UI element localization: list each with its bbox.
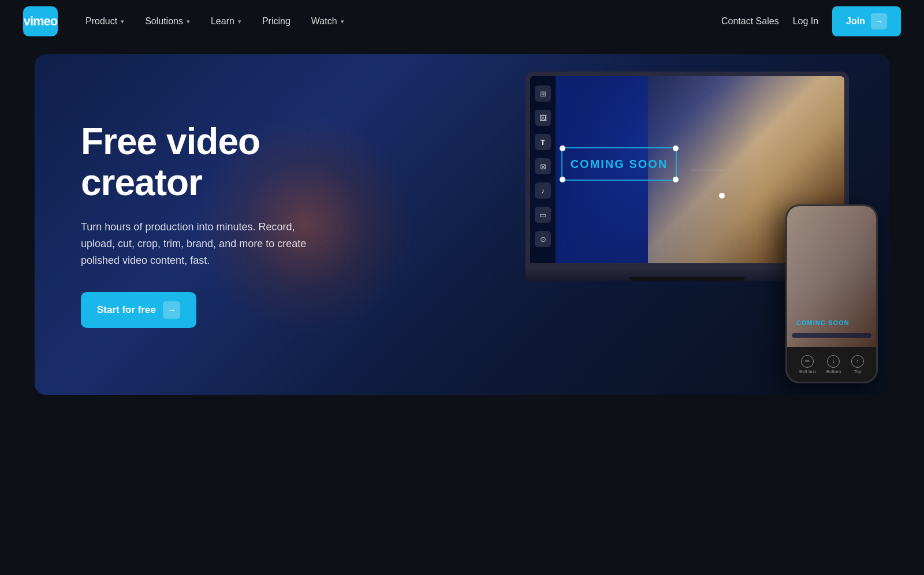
start-btn-label: Start for free — [97, 304, 156, 316]
chevron-down-icon: ▾ — [238, 18, 241, 25]
logo-box: vimeo — [23, 6, 58, 36]
nav-item-solutions[interactable]: Solutions ▾ — [136, 12, 199, 31]
phone-mockup: COMING SOON ✏ Edit text ↓ Bottom ↑ Top — [785, 204, 878, 383]
nav-solutions-label: Solutions — [145, 16, 183, 27]
bottom-icon: ↓ — [827, 355, 840, 368]
selection-handle-tl — [560, 145, 565, 151]
phone-coming-soon-text: COMING SOON — [796, 319, 867, 326]
nav-learn-label: Learn — [211, 16, 234, 27]
selection-line — [690, 170, 725, 170]
nav-product-label: Product — [85, 16, 117, 27]
start-for-free-button[interactable]: Start for free → — [81, 292, 196, 328]
hero-section: Free video creator Turn hours of product… — [35, 54, 889, 395]
phone-bottom-position-icon: ↓ Bottom — [826, 355, 841, 374]
hero-visual: ⊞ 🖼 T ⊠ ♪ ▭ ⊙ — [508, 54, 889, 395]
edit-icon: ✏ — [801, 355, 814, 368]
phone-top-position-icon: ↑ Top — [851, 355, 864, 374]
hero-content: Free video creator Turn hours of product… — [35, 87, 358, 362]
start-arrow-icon: → — [163, 301, 180, 319]
toolbar-caption-icon: ▭ — [535, 207, 551, 223]
laptop-toolbar: ⊞ 🖼 T ⊠ ♪ ▭ ⊙ — [530, 76, 556, 263]
phone-top-label: Top — [854, 369, 862, 374]
phone-edit-text-icon: ✏ Edit text — [799, 355, 816, 374]
hero-subtitle: Turn hours of production into minutes. R… — [81, 219, 312, 268]
toolbar-layout-icon: ⊠ — [535, 158, 551, 174]
phone-bottom-bar: ✏ Edit text ↓ Bottom ↑ Top — [787, 347, 876, 382]
toolbar-music-icon: ♪ — [535, 182, 551, 199]
nav-item-pricing[interactable]: Pricing — [253, 12, 300, 31]
toolbar-image-icon: 🖼 — [535, 110, 551, 126]
chevron-down-icon: ▾ — [187, 18, 190, 25]
nav-links: Product ▾ Solutions ▾ Learn ▾ Pricing Wa… — [76, 12, 721, 31]
coming-soon-text: COMING SOON — [571, 158, 668, 171]
chevron-down-icon: ▾ — [121, 18, 124, 25]
phone-coming-soon-box: COMING SOON — [792, 333, 871, 338]
nav-item-learn[interactable]: Learn ▾ — [202, 12, 251, 31]
join-label: Join — [846, 16, 865, 27]
chevron-down-icon: ▾ — [341, 18, 344, 25]
phone-edit-label: Edit text — [799, 369, 816, 374]
logo[interactable]: vimeo — [23, 6, 58, 36]
nav-item-product[interactable]: Product ▾ — [76, 12, 133, 31]
top-icon: ↑ — [851, 355, 864, 368]
contact-sales-button[interactable]: Contact Sales — [721, 16, 779, 27]
toolbar-text-icon: T — [535, 134, 551, 150]
nav-right: Contact Sales Log In Join → — [721, 6, 901, 36]
navbar: vimeo Product ▾ Solutions ▾ Learn ▾ Pric… — [0, 0, 924, 43]
nav-item-watch[interactable]: Watch ▾ — [302, 12, 353, 31]
hero-title: Free video creator — [81, 121, 312, 203]
logo-text: vimeo — [24, 14, 58, 29]
toolbar-settings-icon: ⊙ — [535, 231, 551, 247]
phone-screen: COMING SOON — [787, 206, 876, 347]
nav-pricing-label: Pricing — [262, 16, 290, 27]
join-arrow-icon: → — [871, 13, 887, 29]
login-button[interactable]: Log In — [793, 16, 818, 27]
nav-watch-label: Watch — [311, 16, 337, 27]
toolbar-grid-icon: ⊞ — [535, 85, 551, 102]
phone-bottom-label: Bottom — [826, 369, 841, 374]
coming-soon-box: COMING SOON — [561, 147, 677, 181]
join-button[interactable]: Join → — [832, 6, 901, 36]
